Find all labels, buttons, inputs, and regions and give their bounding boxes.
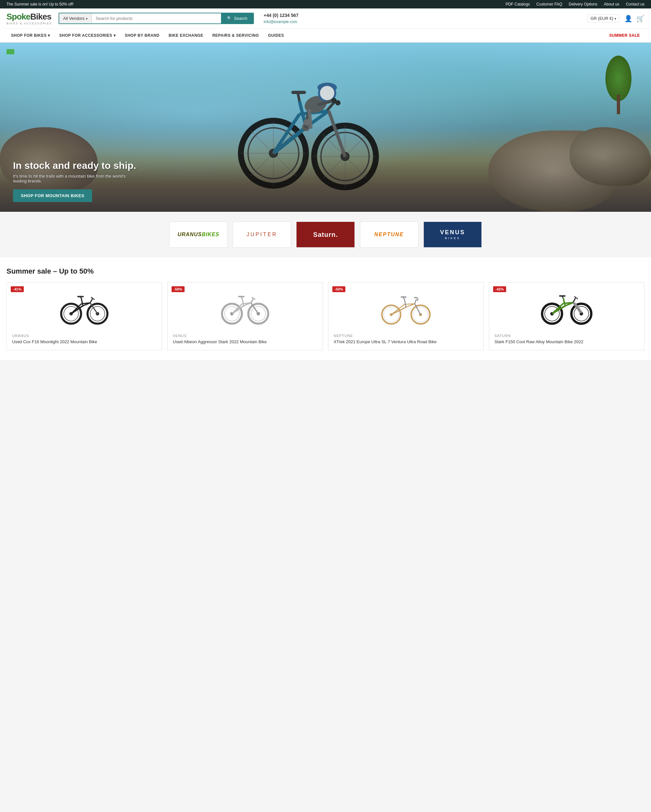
search-bar: All Vendors 🔍 Search [59, 13, 254, 24]
top-bar: The Summer sale is on! Up to 50% off! PD… [0, 0, 651, 8]
svg-rect-15 [291, 91, 306, 94]
brand-card-jupiter[interactable]: JUPITER [233, 221, 291, 247]
nav-repairs-servicing[interactable]: REPAIRS & SERVICING [208, 29, 263, 42]
pdf-catalogs-link[interactable]: PDF Catalogs [506, 2, 530, 6]
product-image-3 [334, 288, 478, 330]
nav-shop-by-brand-label: SHOP BY BRAND [125, 33, 159, 38]
hero-section: In stock and ready to ship. It's time to… [0, 43, 651, 212]
contact-info: +44 (0) 1234 567 info@example.com [264, 12, 298, 25]
top-bar-links: PDF Catalogs Customer FAQ Delivery Optio… [506, 2, 645, 6]
products-grid: -41% [6, 282, 645, 350]
svg-line-11 [329, 111, 345, 156]
nav-summer-sale[interactable]: SUMMER SALE [605, 29, 645, 42]
logo-text: SpokeBikes [6, 12, 52, 22]
brand-card-neptune[interactable]: NEPTUNE [360, 221, 418, 247]
product-card-3[interactable]: -50% [328, 282, 484, 350]
saturn-logo: Saturn. [313, 231, 338, 238]
nav-bike-exchange-label: BIKE EXCHANGE [169, 33, 203, 38]
svg-line-14 [298, 93, 300, 101]
search-input[interactable] [92, 13, 221, 23]
sale-section: Summer sale – Up to 50% -41% [0, 257, 651, 360]
hero-title: In stock and ready to ship. [13, 160, 638, 171]
nav-repairs-label: REPAIRS & SERVICING [212, 33, 259, 38]
email-address: info@example.com [264, 19, 298, 25]
svg-line-80 [403, 298, 405, 299]
svg-line-77 [405, 299, 406, 307]
about-us-link[interactable]: About us [604, 2, 619, 6]
brand-card-uranus[interactable]: URANUSBIKES [169, 221, 228, 247]
cart-button[interactable]: 🛒 [636, 15, 645, 23]
currency-chevron-icon [614, 16, 616, 21]
nav-shop-bikes[interactable]: SHOP FOR BIKES ▾ [6, 29, 55, 42]
nav-bike-exchange[interactable]: BIKE EXCHANGE [164, 29, 208, 42]
site-header: SpokeBikes BIKES & ACCESSORIES All Vendo… [0, 8, 651, 29]
product-brand-3: NEPTUNE [334, 334, 478, 338]
user-icon: 👤 [624, 15, 633, 22]
vendor-label: All Vendors [63, 16, 85, 21]
header-icons: 👤 🛒 [624, 15, 645, 23]
site-logo[interactable]: SpokeBikes BIKES & ACCESSORIES [6, 12, 52, 25]
bike-svg-4 [537, 293, 596, 325]
svg-point-26 [303, 119, 311, 125]
user-account-button[interactable]: 👤 [624, 15, 633, 23]
currency-label: GR (EUR €) [590, 16, 613, 21]
nav-shop-accessories-label: SHOP FOR ACCESSORIES [59, 33, 112, 38]
product-image-1 [12, 288, 157, 330]
header-right: GR (EUR €) 👤 🛒 [588, 14, 645, 23]
nav-guides[interactable]: GUIDES [264, 29, 289, 42]
nav-shop-by-brand[interactable]: SHOP BY BRAND [120, 29, 164, 42]
discount-badge-4: -42% [493, 286, 506, 292]
search-icon: 🔍 [227, 16, 232, 21]
product-image-4 [494, 288, 639, 330]
logo-spoke: Spoke [6, 12, 30, 21]
svg-point-20 [320, 86, 334, 100]
product-brand-1: URANUS [12, 334, 157, 338]
svg-rect-50 [77, 296, 84, 297]
bike-svg-2 [216, 293, 274, 325]
svg-rect-66 [238, 296, 245, 297]
product-card-4[interactable]: -42% [489, 282, 645, 350]
product-name-3: XTrek 2021 Europe Ultra SL 7 Ventura Ult… [334, 339, 478, 345]
bike-svg-3 [377, 293, 435, 325]
svg-rect-81 [401, 296, 406, 298]
delivery-options-link[interactable]: Delivery Options [568, 2, 597, 6]
discount-badge-3: -50% [332, 286, 345, 292]
phone-number: +44 (0) 1234 567 [264, 12, 298, 19]
contact-us-link[interactable]: Contact us [626, 2, 645, 6]
jupiter-logo: JUPITER [246, 232, 277, 238]
product-brand-4: SATURN [494, 334, 639, 338]
venus-sub-label: BIKES [440, 237, 465, 240]
brand-card-saturn[interactable]: Saturn. [296, 221, 355, 247]
svg-line-47 [90, 299, 92, 303]
brands-grid: URANUSBIKES JUPITER Saturn. NEPTUNE VENU… [169, 221, 482, 247]
discount-badge-1: -41% [11, 286, 24, 292]
hero-tree-decoration [605, 56, 631, 114]
svg-line-94 [573, 298, 576, 302]
product-card-2[interactable]: -50% [167, 282, 323, 350]
nav-shop-bikes-chevron: ▾ [48, 33, 50, 38]
nav-shop-accessories[interactable]: SHOP FOR ACCESSORIES ▾ [55, 29, 120, 42]
announcement-text: The Summer sale is on! Up to 50% off! [6, 2, 73, 6]
hero-indicator [6, 49, 14, 54]
svg-point-25 [335, 100, 341, 105]
vendor-select[interactable]: All Vendors [59, 13, 92, 23]
brand-card-venus[interactable]: VENUS BIKES [423, 221, 482, 247]
product-brand-2: VENUS [173, 334, 317, 338]
product-name-4: Stark F150 Cool Raw Alloy Mountain Bike … [494, 339, 639, 345]
neptune-logo: NEPTUNE [374, 232, 403, 238]
hero-cta-button[interactable]: Shop for Mountain Bikes [13, 189, 92, 202]
logo-bikes: Bikes [30, 12, 51, 21]
svg-line-92 [563, 298, 565, 306]
nav-shop-bikes-label: SHOP FOR BIKES [11, 33, 47, 38]
currency-selector[interactable]: GR (EUR €) [588, 14, 619, 23]
tree-canopy [605, 56, 631, 101]
brands-section: URANUSBIKES JUPITER Saturn. NEPTUNE VENU… [0, 212, 651, 257]
svg-line-45 [81, 299, 83, 306]
search-button[interactable]: 🔍 Search [221, 13, 253, 23]
product-name-2: Used Albeon Aggressor Stark 2022 Mountai… [173, 339, 317, 345]
venus-logo: VENUS BIKES [440, 229, 465, 240]
uranus-bikes-text: BIKES [202, 232, 219, 237]
main-nav: SHOP FOR BIKES ▾ SHOP FOR ACCESSORIES ▾ … [0, 29, 651, 43]
product-card-1[interactable]: -41% [6, 282, 162, 350]
customer-faq-link[interactable]: Customer FAQ [536, 2, 562, 6]
